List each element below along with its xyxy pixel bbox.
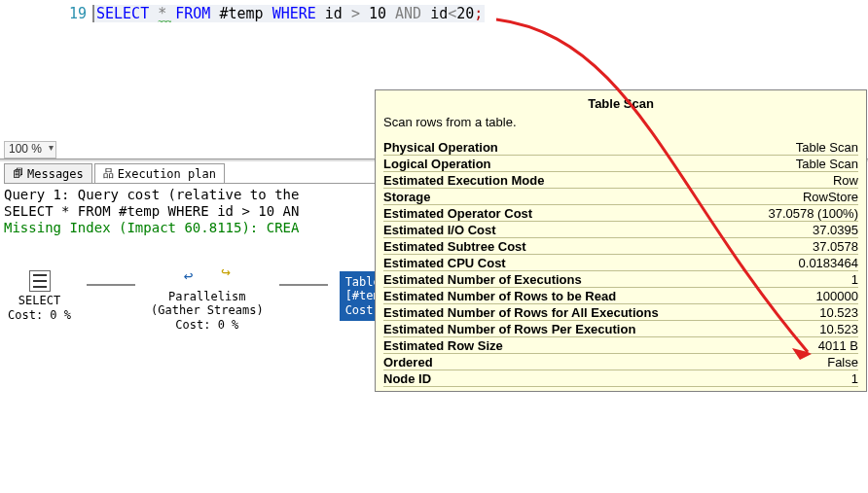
tooltip-key: Estimated Row Size <box>383 338 503 353</box>
tooltip-row: StorageRowStore <box>383 189 858 205</box>
plan-diagram[interactable]: SELECT Cost: 0 % ↩↪ Parallelism (Gather … <box>4 259 386 334</box>
node-cost: Cost: 0 % <box>8 308 71 322</box>
tooltip-row: Node ID1 <box>383 370 858 387</box>
results-tabs: 🗐 Messages 品 Execution plan <box>4 163 227 183</box>
tooltip-value: 37.0395 <box>813 223 858 237</box>
tooltip-key: Ordered <box>383 355 433 370</box>
tooltip-row: Physical OperationTable Scan <box>383 139 858 156</box>
tooltip-row: OrderedFalse <box>383 354 858 370</box>
tab-label: Messages <box>27 167 84 181</box>
tooltip-value: Row <box>833 173 858 188</box>
tooltip-row: Estimated Row Size4011 B <box>383 337 858 354</box>
tooltip-key: Estimated Execution Mode <box>383 173 544 188</box>
parallelism-icon: ↩↪ <box>184 261 231 288</box>
zoom-value: 100 % <box>9 142 42 156</box>
tooltip-value: Table Scan <box>796 140 858 155</box>
code-line[interactable]: 19 SELECT * FROM #temp WHERE id > 10 AND… <box>0 4 868 23</box>
tooltip-value: 4011 B <box>818 338 858 353</box>
tooltip-row: Estimated I/O Cost37.0395 <box>383 222 858 238</box>
node-label: SELECT <box>18 294 60 307</box>
line-content[interactable]: SELECT * FROM #temp WHERE id > 10 AND id… <box>92 5 485 22</box>
tooltip-key: Estimated Operator Cost <box>383 206 532 221</box>
tooltip-value: 10.523 <box>819 305 858 320</box>
tooltip-row: Estimated Operator Cost37.0578 (100%) <box>383 205 858 222</box>
tooltip-value: 37.0578 <box>813 239 858 254</box>
tooltip-row: Estimated Number of Executions1 <box>383 271 858 288</box>
node-cost: Cost: 0 % <box>175 318 238 332</box>
tooltip-key: Logical Operation <box>383 157 491 171</box>
tooltip-row: Logical OperationTable Scan <box>383 156 858 172</box>
tooltip-key: Estimated Number of Rows to be Read <box>383 289 616 303</box>
tooltip-value: 1 <box>851 272 858 287</box>
tooltip-value: 1 <box>851 371 858 386</box>
operator-tooltip: Table Scan Scan rows from a table. Physi… <box>375 89 867 392</box>
tooltip-key: Node ID <box>383 371 431 386</box>
tooltip-key: Physical Operation <box>383 140 498 155</box>
tooltip-value: RowStore <box>803 190 858 204</box>
tooltip-row: Estimated CPU Cost0.0183464 <box>383 255 858 271</box>
zoom-select[interactable]: 100 % <box>4 141 56 158</box>
plan-arrow <box>279 284 328 286</box>
tooltip-key: Estimated CPU Cost <box>383 256 506 270</box>
tooltip-key: Storage <box>383 190 430 204</box>
messages-icon: 🗐 <box>13 167 23 180</box>
tab-execution-plan[interactable]: 品 Execution plan <box>94 163 225 183</box>
select-icon <box>29 270 51 292</box>
node-label: Parallelism <box>168 290 245 303</box>
tooltip-key: Estimated Number of Rows Per Execution <box>383 322 635 336</box>
tooltip-desc: Scan rows from a table. <box>383 115 858 129</box>
tooltip-title: Table Scan <box>383 96 858 111</box>
plan-node-parallelism[interactable]: ↩↪ Parallelism (Gather Streams) Cost: 0 … <box>147 259 268 334</box>
tooltip-row: Estimated Number of Rows to be Read10000… <box>383 288 858 304</box>
tooltip-row: Estimated Number of Rows for All Executi… <box>383 304 858 321</box>
zoom-bar: 100 % <box>4 141 56 158</box>
tooltip-row: Estimated Number of Rows Per Execution10… <box>383 321 858 337</box>
tab-messages[interactable]: 🗐 Messages <box>4 163 92 183</box>
tooltip-value: 0.0183464 <box>799 256 858 270</box>
tooltip-value: 100000 <box>816 289 858 303</box>
tooltip-row: Estimated Execution ModeRow <box>383 172 858 189</box>
tooltip-value: 37.0578 (100%) <box>768 206 858 221</box>
tooltip-key: Estimated Number of Executions <box>383 272 582 287</box>
tooltip-rows: Physical OperationTable ScanLogical Oper… <box>383 139 858 387</box>
tab-label: Execution plan <box>118 167 216 181</box>
tooltip-key: Estimated Number of Rows for All Executi… <box>383 305 659 320</box>
tooltip-key: Estimated I/O Cost <box>383 223 496 237</box>
plan-node-select[interactable]: SELECT Cost: 0 % <box>4 268 75 324</box>
tooltip-value: 10.523 <box>819 322 858 336</box>
tooltip-row: Estimated Subtree Cost37.0578 <box>383 238 858 255</box>
tooltip-value: False <box>827 355 858 370</box>
plan-arrow <box>87 284 135 286</box>
line-number: 19 <box>0 5 92 22</box>
plan-icon: 品 <box>103 166 114 181</box>
tooltip-value: Table Scan <box>796 157 858 171</box>
node-sublabel: (Gather Streams) <box>151 303 264 317</box>
tooltip-key: Estimated Subtree Cost <box>383 239 526 254</box>
